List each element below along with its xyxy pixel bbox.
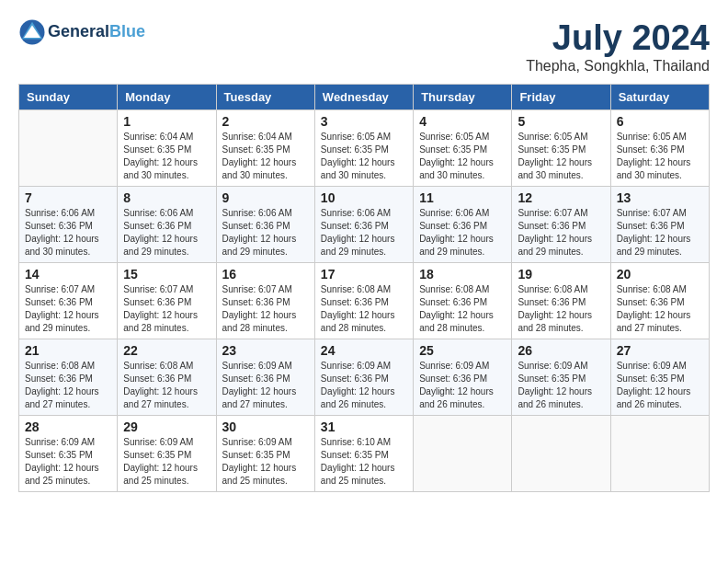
day-info: Sunrise: 6:05 AM Sunset: 6:35 PM Dayligh…	[518, 131, 604, 182]
day-number: 23	[222, 343, 309, 358]
day-info: Sunrise: 6:04 AM Sunset: 6:35 PM Dayligh…	[123, 131, 210, 182]
calendar-cell: 21Sunrise: 6:08 AM Sunset: 6:36 PM Dayli…	[19, 339, 118, 416]
day-number: 21	[25, 343, 111, 358]
calendar-week-row: 1Sunrise: 6:04 AM Sunset: 6:35 PM Daylig…	[19, 110, 710, 187]
day-info: Sunrise: 6:07 AM Sunset: 6:36 PM Dayligh…	[123, 283, 210, 335]
calendar-cell: 18Sunrise: 6:08 AM Sunset: 6:36 PM Dayli…	[414, 263, 512, 339]
calendar-cell: 24Sunrise: 6:09 AM Sunset: 6:36 PM Dayli…	[314, 339, 413, 416]
calendar-cell: 6Sunrise: 6:05 AM Sunset: 6:36 PM Daylig…	[610, 110, 709, 187]
calendar-cell: 10Sunrise: 6:06 AM Sunset: 6:36 PM Dayli…	[314, 187, 413, 263]
calendar-week-row: 14Sunrise: 6:07 AM Sunset: 6:36 PM Dayli…	[19, 263, 710, 339]
calendar-cell	[19, 110, 118, 187]
day-number: 17	[321, 267, 407, 282]
calendar-cell: 20Sunrise: 6:08 AM Sunset: 6:36 PM Dayli…	[610, 263, 709, 339]
calendar-week-row: 28Sunrise: 6:09 AM Sunset: 6:35 PM Dayli…	[19, 416, 710, 492]
day-info: Sunrise: 6:09 AM Sunset: 6:36 PM Dayligh…	[419, 360, 506, 411]
logo-icon	[18, 18, 46, 46]
day-header-wednesday: Wednesday	[314, 85, 413, 110]
day-info: Sunrise: 6:07 AM Sunset: 6:36 PM Dayligh…	[222, 283, 309, 335]
day-info: Sunrise: 6:09 AM Sunset: 6:35 PM Dayligh…	[617, 360, 703, 411]
day-info: Sunrise: 6:09 AM Sunset: 6:35 PM Dayligh…	[123, 436, 210, 488]
day-info: Sunrise: 6:08 AM Sunset: 6:36 PM Dayligh…	[123, 360, 210, 411]
day-number: 18	[419, 267, 506, 282]
calendar-cell: 12Sunrise: 6:07 AM Sunset: 6:36 PM Dayli…	[512, 187, 610, 263]
day-info: Sunrise: 6:09 AM Sunset: 6:35 PM Dayligh…	[222, 436, 309, 488]
day-number: 3	[321, 114, 407, 129]
calendar-cell: 26Sunrise: 6:09 AM Sunset: 6:35 PM Dayli…	[512, 339, 610, 416]
calendar-cell: 3Sunrise: 6:05 AM Sunset: 6:35 PM Daylig…	[314, 110, 413, 187]
day-header-thursday: Thursday	[414, 85, 512, 110]
day-number: 11	[419, 190, 506, 205]
day-number: 1	[123, 114, 210, 129]
day-number: 13	[617, 190, 703, 205]
day-number: 16	[222, 267, 309, 282]
calendar-cell: 19Sunrise: 6:08 AM Sunset: 6:36 PM Dayli…	[512, 263, 610, 339]
calendar-cell: 29Sunrise: 6:09 AM Sunset: 6:35 PM Dayli…	[118, 416, 216, 492]
day-info: Sunrise: 6:05 AM Sunset: 6:35 PM Dayligh…	[321, 131, 407, 182]
day-number: 27	[617, 343, 703, 358]
day-number: 24	[321, 343, 407, 358]
day-number: 15	[123, 267, 210, 282]
day-info: Sunrise: 6:05 AM Sunset: 6:36 PM Dayligh…	[617, 131, 703, 182]
day-number: 6	[617, 114, 703, 129]
main-title: July 2024	[526, 18, 710, 58]
calendar-cell: 28Sunrise: 6:09 AM Sunset: 6:35 PM Dayli…	[19, 416, 118, 492]
calendar-week-row: 21Sunrise: 6:08 AM Sunset: 6:36 PM Dayli…	[19, 339, 710, 416]
day-number: 31	[321, 419, 407, 434]
calendar-cell: 14Sunrise: 6:07 AM Sunset: 6:36 PM Dayli…	[19, 263, 118, 339]
calendar-cell: 9Sunrise: 6:06 AM Sunset: 6:36 PM Daylig…	[216, 187, 314, 263]
calendar-cell: 22Sunrise: 6:08 AM Sunset: 6:36 PM Dayli…	[118, 339, 216, 416]
day-header-monday: Monday	[118, 85, 216, 110]
calendar-cell: 25Sunrise: 6:09 AM Sunset: 6:36 PM Dayli…	[414, 339, 512, 416]
day-number: 5	[518, 114, 604, 129]
day-number: 10	[321, 190, 407, 205]
day-info: Sunrise: 6:06 AM Sunset: 6:36 PM Dayligh…	[419, 207, 506, 259]
calendar-cell: 1Sunrise: 6:04 AM Sunset: 6:35 PM Daylig…	[118, 110, 216, 187]
calendar-cell: 16Sunrise: 6:07 AM Sunset: 6:36 PM Dayli…	[216, 263, 314, 339]
day-info: Sunrise: 6:07 AM Sunset: 6:36 PM Dayligh…	[518, 207, 604, 259]
calendar-table: SundayMondayTuesdayWednesdayThursdayFrid…	[18, 84, 710, 492]
logo-text: GeneralBlue	[48, 23, 145, 41]
calendar-cell: 5Sunrise: 6:05 AM Sunset: 6:35 PM Daylig…	[512, 110, 610, 187]
day-number: 20	[617, 267, 703, 282]
calendar-cell: 13Sunrise: 6:07 AM Sunset: 6:36 PM Dayli…	[610, 187, 709, 263]
calendar-cell: 27Sunrise: 6:09 AM Sunset: 6:35 PM Dayli…	[610, 339, 709, 416]
day-number: 4	[419, 114, 506, 129]
day-info: Sunrise: 6:08 AM Sunset: 6:36 PM Dayligh…	[518, 283, 604, 335]
day-header-tuesday: Tuesday	[216, 85, 314, 110]
page-header: GeneralBlue July 2024 Thepha, Songkhla, …	[18, 18, 710, 75]
day-info: Sunrise: 6:08 AM Sunset: 6:36 PM Dayligh…	[617, 283, 703, 335]
calendar-cell: 17Sunrise: 6:08 AM Sunset: 6:36 PM Dayli…	[314, 263, 413, 339]
day-number: 19	[518, 267, 604, 282]
day-header-saturday: Saturday	[610, 85, 709, 110]
calendar-cell: 15Sunrise: 6:07 AM Sunset: 6:36 PM Dayli…	[118, 263, 216, 339]
day-number: 28	[25, 419, 111, 434]
day-info: Sunrise: 6:09 AM Sunset: 6:36 PM Dayligh…	[222, 360, 309, 411]
calendar-cell: 23Sunrise: 6:09 AM Sunset: 6:36 PM Dayli…	[216, 339, 314, 416]
calendar-cell: 4Sunrise: 6:05 AM Sunset: 6:35 PM Daylig…	[414, 110, 512, 187]
day-info: Sunrise: 6:04 AM Sunset: 6:35 PM Dayligh…	[222, 131, 309, 182]
title-block: July 2024 Thepha, Songkhla, Thailand	[526, 18, 710, 75]
day-info: Sunrise: 6:08 AM Sunset: 6:36 PM Dayligh…	[419, 283, 506, 335]
day-info: Sunrise: 6:10 AM Sunset: 6:35 PM Dayligh…	[321, 436, 407, 488]
day-number: 9	[222, 190, 309, 205]
day-header-sunday: Sunday	[19, 85, 118, 110]
calendar-cell: 30Sunrise: 6:09 AM Sunset: 6:35 PM Dayli…	[216, 416, 314, 492]
day-number: 30	[222, 419, 309, 434]
day-info: Sunrise: 6:08 AM Sunset: 6:36 PM Dayligh…	[25, 360, 111, 411]
calendar-cell: 8Sunrise: 6:06 AM Sunset: 6:36 PM Daylig…	[118, 187, 216, 263]
calendar-header-row: SundayMondayTuesdayWednesdayThursdayFrid…	[19, 85, 710, 110]
day-info: Sunrise: 6:07 AM Sunset: 6:36 PM Dayligh…	[617, 207, 703, 259]
calendar-cell	[610, 416, 709, 492]
day-info: Sunrise: 6:08 AM Sunset: 6:36 PM Dayligh…	[321, 283, 407, 335]
calendar-cell: 2Sunrise: 6:04 AM Sunset: 6:35 PM Daylig…	[216, 110, 314, 187]
day-info: Sunrise: 6:06 AM Sunset: 6:36 PM Dayligh…	[321, 207, 407, 259]
calendar-cell	[414, 416, 512, 492]
day-number: 26	[518, 343, 604, 358]
calendar-cell	[512, 416, 610, 492]
day-number: 12	[518, 190, 604, 205]
day-number: 22	[123, 343, 210, 358]
day-info: Sunrise: 6:09 AM Sunset: 6:36 PM Dayligh…	[321, 360, 407, 411]
day-number: 7	[25, 190, 111, 205]
calendar-week-row: 7Sunrise: 6:06 AM Sunset: 6:36 PM Daylig…	[19, 187, 710, 263]
